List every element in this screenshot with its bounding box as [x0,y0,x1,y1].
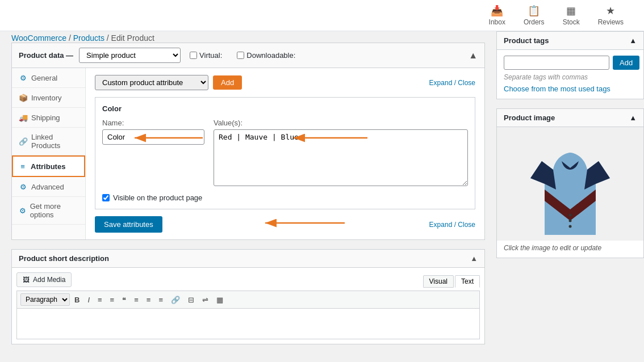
tags-input[interactable] [504,56,609,70]
editor-content[interactable] [16,308,480,339]
choose-tags-link[interactable]: Choose from the most used tags [504,85,610,93]
unordered-list-button[interactable]: ≡ [94,294,106,306]
downloadable-checkbox[interactable] [237,52,244,59]
tags-hint: Separate tags with commas [504,73,637,81]
nav-item-get-more: ⚙ Get more options [12,197,85,225]
attr-top-row: Custom product attribute Add Expand / Cl… [95,75,475,90]
attr-values-textarea[interactable]: Red | Mauve | Blue [214,129,468,186]
nav-reviews[interactable]: ★ Reviews [589,2,633,28]
nav-item-inventory: 📦 Inventory [12,88,85,108]
attr-save-row: Save attributes Expand / Close [95,216,475,233]
product-data-body: ⚙ General 📦 Inventory [12,68,484,239]
product-image-widget: Product image ▲ [496,108,644,258]
add-media-icon: 🖼 [23,276,30,284]
bold-button[interactable]: B [71,294,83,306]
virtual-text: Virtual: [199,51,222,60]
text-tab[interactable]: Text [455,275,480,288]
attr-visible-checkbox-row: Visible on the product page [102,193,468,202]
product-type-select[interactable]: Simple product Grouped product External/… [79,48,181,63]
blockquote-button[interactable]: ❝ [119,294,129,306]
attr-type-select[interactable]: Custom product attribute [95,75,208,90]
product-image-placeholder[interactable] [497,127,643,241]
nav-label-get-more: Get more options [30,202,78,219]
product-data-box: Product data — Simple product Grouped pr… [11,43,485,240]
shipping-icon: 🚚 [19,113,28,122]
nav-link-get-more[interactable]: ⚙ Get more options [12,197,85,224]
editor-top-row: 🖼 Add Media Visual Text [16,272,480,291]
svg-point-7 [569,220,572,222]
attr-visible-checkbox[interactable] [102,194,110,201]
attr-block-container: Color Name: Value(s): Red | Mauve | Blue [95,97,475,209]
advanced-icon: ⚙ [19,182,28,191]
nav-link-advanced[interactable]: ⚙ Advanced [12,177,85,196]
product-data-collapse[interactable]: ▲ [469,50,478,61]
nav-link-linked-products[interactable]: 🔗 Linked Products [12,128,85,155]
shirt-image [525,127,616,241]
product-image-hint: Click the image to edit or update [497,241,643,258]
orders-label: Orders [524,18,545,26]
linked-products-icon: 🔗 [19,137,28,146]
product-data-header: Product data — Simple product Grouped pr… [12,43,484,68]
breadcrumb-sep2: / [107,33,109,43]
virtual-download-area: Virtual: Downloadable: [190,51,301,60]
short-desc-header: Product short description ▲ [12,250,484,268]
italic-button[interactable]: I [84,294,93,306]
attributes-icon: ≡ [18,162,27,171]
product-tags-collapse[interactable]: ▲ [629,36,637,45]
nav-label-general: General [31,74,57,82]
nav-link-inventory[interactable]: 📦 Inventory [12,88,85,107]
virtual-checkbox[interactable] [190,52,197,59]
nav-stock[interactable]: ▦ Stock [554,2,589,28]
attr-color-block: Color Name: Value(s): Red | Mauve | Blue [95,97,475,209]
paragraph-select[interactable]: Paragraph [20,293,70,306]
attr-expand-close[interactable]: Expand / Close [429,79,475,87]
save-attributes-button[interactable]: Save attributes [95,216,162,233]
breadcrumb-woocommerce[interactable]: WooCommerce [11,33,66,43]
top-nav-bar: 📥 Inbox 📋 Orders ▦ Stock ★ Reviews [0,0,644,31]
nav-item-general: ⚙ General [12,68,85,88]
stock-label: Stock [563,18,580,26]
nav-item-linked-products: 🔗 Linked Products [12,128,85,155]
product-tags-title: Product tags [504,36,549,45]
attributes-panel: Custom product attribute Add Expand / Cl… [86,68,484,239]
nav-item-advanced: ⚙ Advanced [12,177,85,197]
downloadable-label: Downloadable: [237,51,295,60]
unlink-button[interactable]: ⊟ [185,294,198,306]
align-left-button[interactable]: ≡ [131,294,142,306]
nav-link-shipping[interactable]: 🚚 Shipping [12,108,85,127]
svg-point-6 [569,214,572,217]
breadcrumb: WooCommerce / Products / Edit Product [11,33,154,43]
product-nav: ⚙ General 📦 Inventory [12,68,86,239]
svg-point-8 [569,225,572,228]
table-button[interactable]: ▦ [213,294,227,306]
align-center-button[interactable]: ≡ [143,294,154,306]
orders-icon: 📋 [528,5,540,17]
breadcrumb-products[interactable]: Products [73,33,104,43]
attr-add-button[interactable]: Add [213,75,242,90]
nav-link-attributes[interactable]: ≡ Attributes [13,157,84,176]
ordered-list-button[interactable]: ≡ [107,294,118,306]
general-icon: ⚙ [19,73,28,82]
align-right-button[interactable]: ≡ [155,294,166,306]
nav-orders[interactable]: 📋 Orders [515,2,554,28]
attr-bottom-expand-close[interactable]: Expand / Close [429,221,475,229]
stock-icon: ▦ [566,5,576,17]
short-desc-body: 🖼 Add Media Visual Text Paragraph B [12,268,484,344]
attr-name-input[interactable] [102,129,204,145]
product-image-collapse[interactable]: ▲ [629,113,637,122]
visual-tab[interactable]: Visual [423,275,454,288]
nav-label-linked-products: Linked Products [31,133,78,150]
add-media-button[interactable]: 🖼 Add Media [16,272,72,287]
short-desc-collapse[interactable]: ▲ [470,254,478,263]
product-tags-widget: Product tags ▲ Add Separate tags with co… [496,31,644,99]
breadcrumb-sep1: / [69,33,71,43]
fullscreen-button[interactable]: ⇌ [199,294,212,306]
nav-link-general[interactable]: ⚙ General [12,68,85,87]
tags-add-button[interactable]: Add [613,56,639,70]
product-data-label: Product data — [19,51,73,60]
attr-values-label: Value(s): [214,119,468,127]
nav-label-attributes: Attributes [31,162,65,171]
link-button[interactable]: 🔗 [168,294,183,306]
nav-item-shipping: 🚚 Shipping [12,108,85,128]
nav-inbox[interactable]: 📥 Inbox [480,2,515,28]
